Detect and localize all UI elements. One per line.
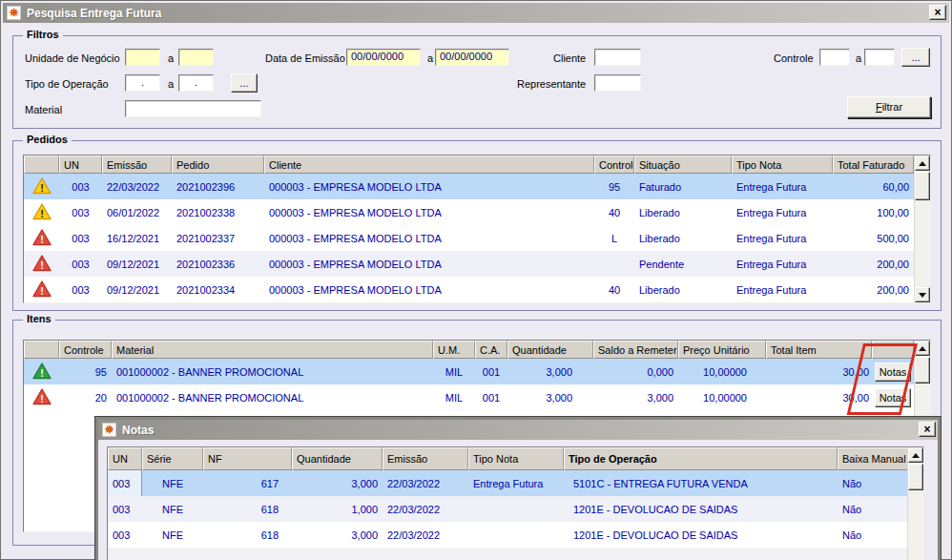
cell-cliente: 000003 - EMPRESA MODELO LTDA — [264, 225, 594, 251]
column-header[interactable]: NF — [203, 447, 292, 470]
column-header[interactable]: Quantidade — [292, 447, 383, 470]
table-row[interactable]: ! 003 09/12/2021 2021002336 000003 - EMP… — [24, 251, 930, 277]
notas-scrollbar[interactable] — [907, 447, 923, 560]
column-header[interactable]: Saldo a Remeter — [593, 341, 678, 359]
column-header[interactable]: Tipo Nota — [732, 156, 833, 174]
unidade-negocio-from-input[interactable] — [125, 49, 160, 66]
column-header[interactable]: Total Faturado — [833, 156, 914, 174]
column-header[interactable]: UN — [108, 447, 142, 470]
column-header[interactable]: Quantidade — [507, 341, 593, 359]
table-row[interactable]: 003 NFE 618 3,000 22/03/2022 1201E - DEV… — [108, 522, 923, 548]
tipo-operacao-browse-button[interactable]: ... — [231, 73, 258, 93]
notas-button[interactable]: Notas — [875, 363, 911, 382]
scroll-up-button[interactable] — [915, 341, 930, 356]
controle-to-input[interactable] — [864, 49, 895, 66]
scroll-down-button[interactable] — [915, 287, 930, 302]
filtrar-button[interactable]: Filtrar — [847, 96, 931, 118]
svg-text:!: ! — [40, 366, 44, 378]
column-header[interactable]: U.M. — [433, 341, 475, 359]
controle-from-input[interactable] — [819, 49, 850, 66]
cell-total: 100,00 — [833, 199, 914, 225]
data-emissao-label: Data de Emissão — [265, 52, 345, 64]
tipo-operacao-to-input[interactable]: . — [178, 74, 214, 92]
column-header[interactable] — [24, 341, 59, 359]
cell-quantidade: 3,000 — [507, 359, 593, 384]
cell-situacao: Pendente — [634, 251, 732, 277]
cell-tipo-nota: Entrega Futura — [732, 225, 833, 251]
tipo-operacao-from-input[interactable]: . — [125, 74, 160, 92]
scroll-thumb[interactable] — [915, 172, 930, 200]
column-header[interactable]: Controle — [59, 341, 112, 359]
pedidos-scrollbar[interactable] — [914, 156, 930, 302]
cell-tipo-nota: Entrega Futura — [732, 199, 833, 225]
column-header[interactable]: Tipo Nota — [468, 447, 564, 470]
cell-tipo-nota — [468, 522, 564, 548]
material-label: Material — [25, 104, 62, 115]
column-header[interactable]: Emissão — [383, 447, 468, 470]
table-row[interactable]: ! 003 22/03/2022 2021002396 000003 - EMP… — [24, 174, 930, 199]
data-emissao-from-input[interactable]: 00/00/0000 — [346, 49, 421, 66]
data-emissao-to-input[interactable]: 00/00/0000 — [435, 49, 509, 66]
cell-emissao: 16/12/2021 — [102, 225, 172, 251]
table-row[interactable]: ! 20 001000002 - BANNER PROMOCIONAL MIL … — [24, 384, 930, 410]
main-close-button[interactable]: × — [929, 5, 946, 20]
svg-text:!: ! — [40, 259, 44, 270]
column-header[interactable]: Emissão — [102, 156, 172, 174]
cell-ca: 001 — [475, 384, 507, 410]
unidade-negocio-to-input[interactable] — [178, 49, 214, 66]
cell-baixa-manual: Não — [838, 470, 908, 496]
app-icon: ❋ — [7, 6, 21, 20]
cell-cliente: 000003 - EMPRESA MODELO LTDA — [264, 174, 594, 199]
cell-tipo-operacao: 1201E - DEVOLUCAO DE SAIDAS — [564, 496, 838, 522]
column-header[interactable]: C.A. — [475, 341, 507, 359]
column-header[interactable]: Série — [142, 447, 203, 470]
cell-controle: 40 — [594, 199, 634, 225]
svg-text:!: ! — [40, 392, 44, 404]
scroll-up-button[interactable] — [908, 447, 923, 463]
triangle-up-icon — [919, 346, 926, 351]
column-header[interactable] — [24, 156, 59, 174]
column-header[interactable]: Controle — [594, 156, 634, 174]
column-header[interactable]: Situação — [634, 156, 732, 174]
scroll-thumb[interactable] — [908, 464, 923, 490]
table-row[interactable]: 003 NFE 618 1,000 22/03/2022 1201E - DEV… — [108, 496, 923, 522]
cell-un: 003 — [59, 277, 102, 302]
scroll-thumb[interactable] — [915, 357, 930, 384]
cell-pedido: 2021002337 — [172, 225, 264, 251]
cell-situacao: Liberado — [634, 225, 732, 251]
cliente-input[interactable] — [594, 49, 641, 66]
cell-tipo-nota: Entrega Futura — [468, 470, 564, 496]
scroll-up-button[interactable] — [915, 156, 930, 171]
table-row[interactable]: ! 003 06/01/2022 2021002338 000003 - EMP… — [24, 199, 930, 225]
table-row[interactable]: 003 NFE 617 3,000 22/03/2022 Entrega Fut… — [108, 470, 923, 496]
column-header[interactable]: Baixa Manual — [838, 447, 908, 470]
notas-close-button[interactable]: × — [919, 422, 936, 437]
table-row[interactable]: ! 003 16/12/2021 2021002337 000003 - EMP… — [24, 225, 930, 251]
column-header[interactable]: Preço Unitário — [678, 341, 766, 359]
cell-pedido: 2021002396 — [172, 174, 264, 199]
cell-saldo: 3,000 — [593, 384, 678, 410]
material-input[interactable] — [125, 100, 261, 117]
column-header[interactable]: Pedido — [172, 156, 264, 174]
cell-tipo-nota — [468, 496, 564, 522]
pedidos-legend: Pedidos — [23, 134, 72, 145]
cell-controle: 40 — [594, 277, 634, 302]
column-header[interactable] — [872, 341, 914, 359]
cell-nf: 618 — [203, 522, 292, 548]
main-window-title: Pesquisa Entrega Futura — [27, 7, 161, 20]
notas-button[interactable]: Notas — [875, 388, 911, 407]
column-header[interactable]: Total Item — [766, 341, 872, 359]
triangle-down-icon — [919, 293, 926, 298]
pedidos-header-row: UN Emissão Pedido Cliente Controle Situa… — [24, 156, 930, 174]
cell-pedido: 2021002336 — [172, 251, 264, 277]
representante-input[interactable] — [594, 74, 641, 92]
column-header[interactable]: Cliente — [264, 156, 594, 174]
table-row[interactable]: ! 003 09/12/2021 2021002334 000003 - EMP… — [24, 277, 930, 302]
table-row[interactable]: ! 95 001000002 - BANNER PROMOCIONAL MIL … — [24, 359, 930, 384]
cell-pedido: 2021002338 — [172, 199, 264, 225]
cell-total: 200,00 — [833, 251, 914, 277]
column-header[interactable]: Material — [112, 341, 433, 359]
controle-browse-button[interactable]: ... — [901, 48, 930, 67]
column-header[interactable]: UN — [59, 156, 102, 174]
column-header-sorted[interactable]: Tipo de Operação — [564, 447, 838, 470]
